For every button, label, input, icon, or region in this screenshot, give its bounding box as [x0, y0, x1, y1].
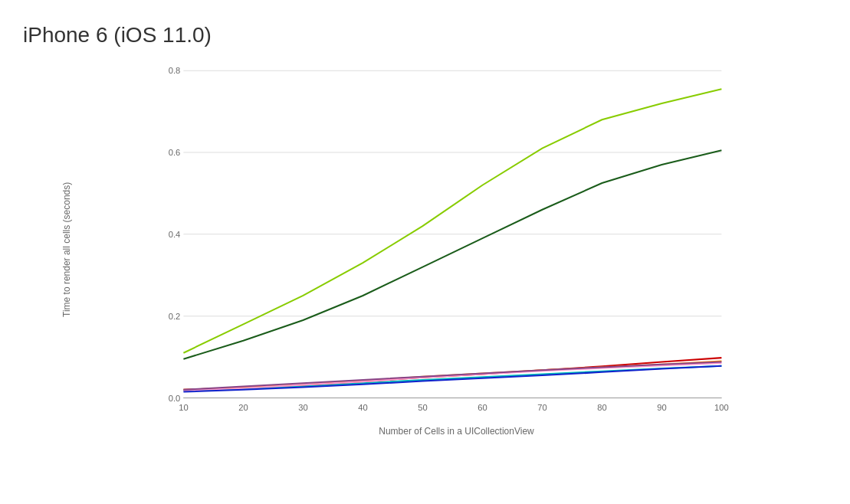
svg-text:70: 70: [537, 403, 546, 412]
svg-text:0.2: 0.2: [169, 312, 181, 321]
svg-text:90: 90: [657, 403, 666, 412]
svg-text:0.4: 0.4: [169, 230, 181, 239]
svg-text:60: 60: [478, 403, 487, 412]
svg-text:20: 20: [238, 403, 248, 412]
svg-text:10: 10: [179, 403, 188, 412]
y-axis-label: Time to render all cells (seconds): [61, 63, 72, 437]
svg-text:50: 50: [418, 403, 427, 412]
svg-text:100: 100: [714, 403, 729, 412]
svg-text:0.8: 0.8: [169, 66, 181, 75]
x-axis-label: Number of Cells in a UICollectionView: [78, 426, 835, 437]
svg-text:80: 80: [597, 403, 606, 412]
svg-text:30: 30: [298, 403, 307, 412]
chart-svg: 0.00.20.40.60.8102030405060708090100: [78, 63, 835, 421]
chart-container: iPhone 6 (iOS 11.0) Time to render all c…: [0, 0, 850, 504]
svg-text:40: 40: [358, 403, 367, 412]
chart-inner: 0.00.20.40.60.8102030405060708090100 Num…: [78, 63, 835, 437]
chart-title: iPhone 6 (iOS 11.0): [23, 23, 835, 47]
svg-text:0.0: 0.0: [169, 394, 181, 403]
chart-area: Time to render all cells (seconds) 0.00.…: [61, 63, 835, 437]
svg-text:0.6: 0.6: [169, 148, 181, 157]
